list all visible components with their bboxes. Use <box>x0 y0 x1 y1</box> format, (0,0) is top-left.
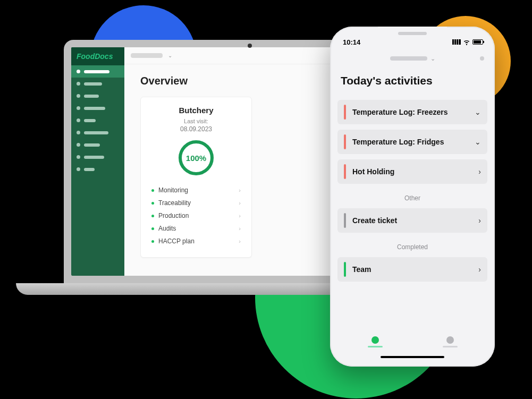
nav-dot-icon <box>77 167 80 171</box>
nav-label-placeholder <box>84 107 105 110</box>
sidebar-item-4[interactable] <box>71 114 124 126</box>
chevron-right-icon: › <box>239 213 241 219</box>
chevron-right-icon: › <box>478 216 481 225</box>
nav-dot-icon <box>77 118 80 122</box>
sidebar-item-0[interactable] <box>71 65 124 78</box>
nav-label-placeholder <box>84 82 102 86</box>
home-indicator <box>381 356 444 358</box>
breadcrumb-placeholder[interactable] <box>131 53 163 58</box>
tab-home-icon <box>371 336 379 344</box>
card-link-monitoring[interactable]: Monitoring› <box>151 184 241 197</box>
status-stripe <box>344 134 346 149</box>
chevron-down-icon: ⌄ <box>168 53 172 58</box>
header-status-dot <box>480 56 484 61</box>
chevron-right-icon: › <box>478 265 481 274</box>
nav-dot-icon <box>77 94 80 98</box>
card-link-label: Production <box>158 212 189 219</box>
app-header: ⌄ <box>337 51 487 66</box>
sidebar-item-6[interactable] <box>71 139 124 151</box>
activity-temperature-log-fridges[interactable]: Temperature Log: Fridges⌄ <box>337 130 487 154</box>
activity-temperature-log-freezers[interactable]: Temperature Log: Freezers⌄ <box>337 100 487 124</box>
tab-home[interactable] <box>337 336 412 347</box>
card-link-label: HACCP plan <box>158 237 195 245</box>
tab-profile-icon <box>446 336 454 344</box>
brand-logo: FoodDocs <box>71 47 124 65</box>
sidebar: FoodDocs <box>71 47 124 276</box>
card-link-label: Monitoring <box>158 186 188 194</box>
nav-dot-icon <box>77 70 80 73</box>
activity-label: Temperature Log: Freezers <box>352 108 447 116</box>
sidebar-item-5[interactable] <box>71 126 124 139</box>
status-stripe <box>344 262 346 277</box>
overview-card[interactable]: Butchery Last visit: 08.09.2023 100% Mon… <box>140 97 252 258</box>
nav-label-placeholder <box>84 70 109 73</box>
nav-label-placeholder <box>84 131 108 134</box>
sidebar-item-2[interactable] <box>71 90 124 102</box>
nav-label-placeholder <box>84 119 96 122</box>
section-completed: Completed <box>337 243 487 251</box>
chevron-right-icon: › <box>239 200 241 206</box>
card-title: Butchery <box>151 106 241 115</box>
activity-team[interactable]: Team› <box>337 257 487 282</box>
chevron-right-icon: › <box>239 238 241 244</box>
nav-label-placeholder <box>84 168 95 171</box>
activity-create-ticket[interactable]: Create ticket› <box>337 208 487 233</box>
sidebar-item-3[interactable] <box>71 102 124 114</box>
status-stripe <box>344 213 346 228</box>
bullet-icon <box>151 202 154 205</box>
status-stripe <box>344 164 346 179</box>
activity-label: Hot Holding <box>352 167 394 176</box>
tab-bar <box>337 327 487 356</box>
card-link-haccp-plan[interactable]: HACCP plan› <box>151 235 241 248</box>
nav-dot-icon <box>77 106 80 110</box>
header-crumb[interactable] <box>390 56 427 61</box>
bullet-icon <box>151 215 154 217</box>
nav-dot-icon <box>77 143 80 147</box>
chevron-right-icon: › <box>239 225 241 232</box>
card-link-production[interactable]: Production› <box>151 209 241 222</box>
wifi-icon <box>463 38 470 46</box>
card-link-traceability[interactable]: Traceability› <box>151 197 241 209</box>
chevron-right-icon: › <box>478 167 481 176</box>
phone-device: 10:14 ⌄ Today's activities Temperature L… <box>330 27 495 367</box>
status-stripe <box>344 105 346 120</box>
activity-label: Create ticket <box>352 216 397 225</box>
phone-notch <box>378 27 447 41</box>
tab-profile[interactable] <box>412 336 487 347</box>
card-link-label: Traceability <box>158 199 191 207</box>
signal-icon <box>452 39 461 45</box>
status-icons <box>452 38 483 46</box>
chevron-right-icon: › <box>239 187 241 193</box>
sidebar-item-8[interactable] <box>71 163 124 175</box>
progress-ring: 100% <box>179 140 214 175</box>
bullet-icon <box>151 240 154 243</box>
battery-icon <box>472 39 483 45</box>
activity-hot-holding[interactable]: Hot Holding› <box>337 159 487 184</box>
chevron-down-icon: ⌄ <box>475 138 481 146</box>
chevron-down-icon: ⌄ <box>430 55 435 62</box>
card-last-visit-date: 08.09.2023 <box>151 125 241 133</box>
laptop-camera <box>248 44 252 48</box>
bullet-icon <box>151 189 154 192</box>
nav-dot-icon <box>77 82 80 86</box>
nav-label-placeholder <box>84 156 104 159</box>
card-link-label: Audits <box>158 225 176 232</box>
sidebar-item-7[interactable] <box>71 151 124 163</box>
activity-label: Team <box>352 265 371 274</box>
mobile-page-title: Today's activities <box>341 74 484 87</box>
chevron-down-icon: ⌄ <box>475 108 481 116</box>
progress-value: 100% <box>186 154 206 163</box>
bullet-icon <box>151 227 154 230</box>
nav-label-placeholder <box>84 143 100 147</box>
nav-dot-icon <box>77 131 80 134</box>
card-last-visit-label: Last visit: <box>151 118 241 124</box>
section-other: Other <box>337 194 487 202</box>
activity-label: Temperature Log: Fridges <box>352 138 444 146</box>
status-time: 10:14 <box>343 38 360 46</box>
sidebar-item-1[interactable] <box>71 78 124 90</box>
nav-label-placeholder <box>84 95 99 98</box>
card-link-audits[interactable]: Audits› <box>151 222 241 235</box>
nav-dot-icon <box>77 155 80 159</box>
